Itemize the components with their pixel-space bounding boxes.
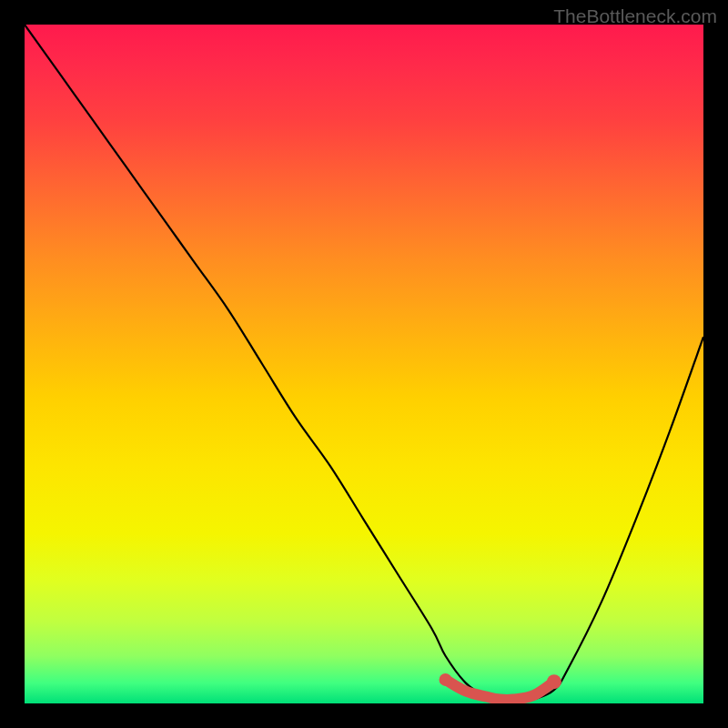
bottleneck-curve-line (25, 25, 703, 702)
chart-svg (25, 25, 703, 703)
sweet-spot-end-dot (547, 674, 561, 689)
chart-plot-area (25, 25, 703, 703)
sweet-spot-band-line (446, 680, 554, 700)
attribution-text: TheBottleneck.com (553, 5, 717, 27)
sweet-spot-start-dot (440, 673, 452, 686)
